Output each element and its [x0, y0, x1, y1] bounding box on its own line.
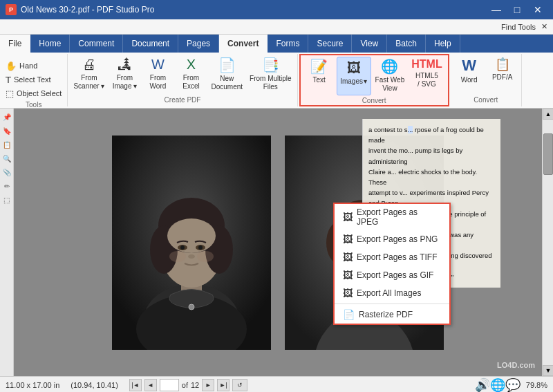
tab-home[interactable]: Home — [30, 35, 70, 53]
create-pdf-group: 🖨 FromScanner ▾ 🏞 FromImage ▾ W FromWord… — [68, 54, 297, 106]
close-button[interactable]: ✕ — [528, 0, 547, 19]
refresh-btn[interactable]: ↺ — [232, 379, 247, 391]
status-bar: 11.00 x 17.00 in (10.94, 10.41) |◄ ◄ 6 o… — [0, 376, 553, 392]
coordinates: (10.94, 10.41) — [71, 381, 118, 389]
object-select-btn[interactable]: ⬚ Object Select — [3, 87, 64, 100]
scroll-up-btn[interactable]: ▲ — [543, 109, 553, 120]
rasterize-icon: 📄 — [343, 309, 355, 320]
app-icon: P — [6, 4, 17, 15]
zoom-level: 79.8% — [526, 381, 547, 389]
html5svg-btn[interactable]: HTML HTML5/ SVG — [409, 57, 444, 95]
svg-point-16 — [197, 251, 214, 262]
tab-secure[interactable]: Secure — [308, 35, 352, 53]
ribbon: File Home Comment Document Pages Convert… — [0, 35, 553, 109]
from-scanner-btn[interactable]: 🖨 FromScanner ▾ — [71, 55, 107, 94]
total-pages: 12 — [191, 381, 199, 389]
from-image-btn[interactable]: 🏞 FromImage ▾ — [109, 55, 140, 94]
tiff-icon: 🖼 — [343, 252, 353, 263]
export-gif-item[interactable]: 🖼 Export Pages as GIF — [335, 266, 449, 284]
next-page-btn[interactable]: ► — [202, 379, 214, 391]
tools-group: ✋ Hand 𝖳 Select Text ⬚ Object Select Too… — [0, 54, 68, 106]
title-bar: P Old News 30-2.pdf - PDF Studio Pro — □… — [0, 0, 553, 19]
word-pdfa-items: W Word 📋 PDF/A — [453, 55, 518, 96]
last-page-btn[interactable]: ►| — [217, 379, 229, 391]
hand-tool-btn[interactable]: ✋ Hand — [3, 59, 64, 72]
title-bar-left: P Old News 30-2.pdf - PDF Studio Pro — [6, 4, 154, 15]
all-images-icon: 🖼 — [343, 288, 353, 299]
sidebar-icon-6[interactable]: ✏ — [1, 180, 12, 192]
gif-icon: 🖼 — [343, 270, 353, 281]
text-convert-btn[interactable]: 📝 Text — [303, 57, 335, 95]
tab-forms[interactable]: Forms — [268, 35, 308, 53]
select-text-btn[interactable]: 𝖳 Select Text — [3, 73, 64, 86]
export-all-images-item[interactable]: 🖼 Export All Images — [335, 284, 449, 302]
sidebar-icon-2[interactable]: 🔖 — [1, 125, 12, 136]
export-png-item[interactable]: 🖼 Export Pages as PNG — [335, 230, 449, 248]
tab-file[interactable]: File — [0, 35, 30, 53]
ribbon-tabs: File Home Comment Document Pages Convert… — [0, 35, 553, 53]
content-area: a contest to s... rpose of a frog could … — [14, 109, 542, 376]
page-number-input[interactable]: 6 — [160, 379, 179, 391]
images-convert-btn[interactable]: 🖼 Images ▾ — [337, 57, 371, 95]
from-word-btn[interactable]: W FromWord — [142, 55, 174, 94]
png-icon: 🖼 — [343, 234, 353, 245]
left-sidebar: 📌 🔖 📋 🔍 📎 ✏ ⬚ — [0, 109, 14, 376]
tab-view[interactable]: View — [352, 35, 387, 53]
word-export-btn[interactable]: W Word — [453, 55, 485, 94]
tab-help[interactable]: Help — [426, 35, 460, 53]
first-page-btn[interactable]: |◄ — [129, 379, 142, 391]
dropdown-divider — [335, 304, 449, 304]
images-dropdown-menu: 🖼 Export Pages as JPEG 🖼 Export Pages as… — [333, 203, 451, 325]
minimize-button[interactable]: — — [487, 0, 506, 19]
find-tools-bar: Find Tools ✕ — [0, 19, 553, 35]
sidebar-icon-1[interactable]: 📌 — [1, 111, 12, 122]
page-dimensions: 11.00 x 17.00 in — [6, 381, 59, 389]
tab-document[interactable]: Document — [123, 35, 178, 53]
page-separator: of — [182, 381, 188, 389]
scroll-down-btn[interactable]: ▼ — [543, 365, 553, 376]
window-title: Old News 30-2.pdf - PDF Studio Pro — [21, 5, 154, 15]
create-pdf-label: Create PDF — [71, 96, 294, 105]
ribbon-content: ✋ Hand 𝖳 Select Text ⬚ Object Select Too… — [0, 53, 553, 108]
new-document-btn[interactable]: 📄 NewDocument — [208, 55, 245, 94]
tab-pages[interactable]: Pages — [178, 35, 219, 53]
export-jpeg-item[interactable]: 🖼 Export Pages as JPEG — [335, 204, 449, 230]
from-multiple-files-btn[interactable]: 📑 From MultipleFiles — [247, 55, 294, 94]
prev-page-btn[interactable]: ◄ — [144, 379, 157, 391]
portrait-female — [112, 136, 271, 350]
word-pdfa-group: W Word 📋 PDF/A Convert — [451, 54, 522, 106]
status-bar-right: 🔊🌐💬 79.8% — [475, 377, 547, 393]
pdf-canvas: a contest to s... rpose of a frog could … — [14, 109, 542, 376]
export-tiff-item[interactable]: 🖼 Export Pages as TIFF — [335, 248, 449, 266]
sidebar-icon-5[interactable]: 📎 — [1, 167, 12, 178]
female-portrait-svg — [112, 136, 271, 350]
rasterize-pdf-item[interactable]: 📄 Rasterize PDF — [335, 306, 449, 324]
svg-point-9 — [167, 218, 216, 253]
title-bar-controls: — □ ✕ — [487, 0, 547, 19]
convert-group-highlight: 📝 Text 🖼 Images ▾ 🌐 Fast WebView HTML HT… — [299, 54, 449, 106]
fast-web-view-btn[interactable]: 🌐 Fast WebView — [373, 57, 408, 95]
sidebar-icon-4[interactable]: 🔍 — [1, 153, 12, 164]
maximize-button[interactable]: □ — [507, 0, 527, 19]
system-tray-icons: 🔊🌐💬 — [475, 377, 521, 393]
right-scrollbar: ▲ ▼ — [542, 109, 553, 376]
tab-comment[interactable]: Comment — [70, 35, 123, 53]
svg-point-13 — [198, 245, 203, 250]
sidebar-icon-7[interactable]: ⬚ — [1, 194, 12, 205]
svg-point-14 — [188, 254, 195, 259]
pdfa-export-btn[interactable]: 📋 PDF/A — [487, 55, 518, 94]
sidebar-icon-3[interactable]: 📋 — [1, 139, 12, 150]
tab-batch[interactable]: Batch — [387, 35, 426, 53]
tab-convert[interactable]: Convert — [219, 35, 268, 53]
svg-point-12 — [180, 245, 185, 250]
scroll-thumb[interactable] — [543, 133, 553, 175]
svg-point-17 — [189, 304, 194, 310]
watermark: LO4D.com — [497, 361, 535, 369]
find-tools-label: Find Tools — [501, 23, 536, 31]
scroll-track — [543, 120, 553, 365]
jpeg-icon: 🖼 — [343, 212, 353, 223]
word-pdfa-label: Convert — [453, 96, 518, 105]
svg-point-15 — [169, 251, 186, 262]
find-tools-close[interactable]: ✕ — [541, 22, 547, 31]
from-excel-btn[interactable]: X FromExcel — [175, 55, 207, 94]
